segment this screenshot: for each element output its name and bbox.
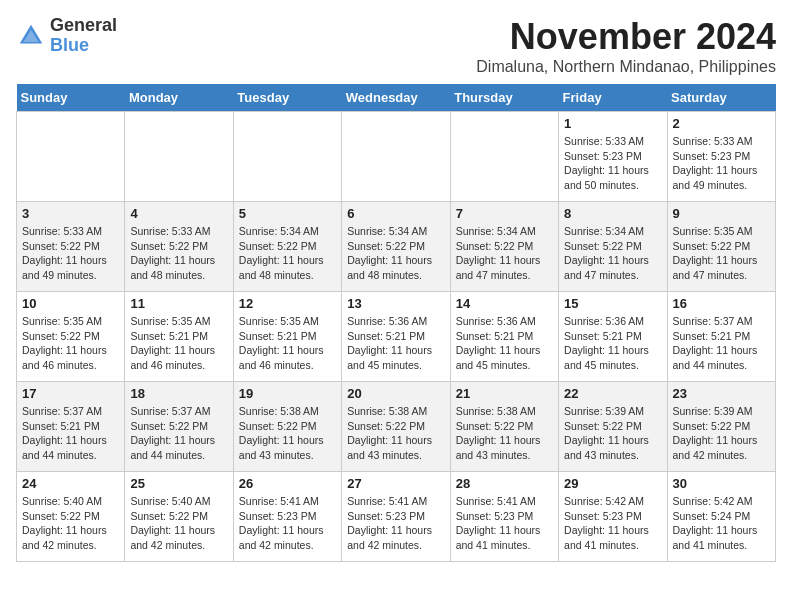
day-number: 24	[22, 476, 119, 491]
calendar-cell: 20Sunrise: 5:38 AM Sunset: 5:22 PM Dayli…	[342, 382, 450, 472]
day-number: 30	[673, 476, 770, 491]
day-number: 19	[239, 386, 336, 401]
calendar-cell: 18Sunrise: 5:37 AM Sunset: 5:22 PM Dayli…	[125, 382, 233, 472]
day-number: 4	[130, 206, 227, 221]
logo: General Blue	[16, 16, 117, 56]
day-info: Sunrise: 5:39 AM Sunset: 5:22 PM Dayligh…	[673, 404, 770, 463]
calendar-cell: 19Sunrise: 5:38 AM Sunset: 5:22 PM Dayli…	[233, 382, 341, 472]
logo-general-text: General	[50, 16, 117, 36]
day-info: Sunrise: 5:40 AM Sunset: 5:22 PM Dayligh…	[130, 494, 227, 553]
day-number: 29	[564, 476, 661, 491]
logo-text: General Blue	[50, 16, 117, 56]
day-number: 2	[673, 116, 770, 131]
calendar-cell: 22Sunrise: 5:39 AM Sunset: 5:22 PM Dayli…	[559, 382, 667, 472]
calendar-cell: 21Sunrise: 5:38 AM Sunset: 5:22 PM Dayli…	[450, 382, 558, 472]
header-friday: Friday	[559, 84, 667, 112]
day-info: Sunrise: 5:33 AM Sunset: 5:22 PM Dayligh…	[130, 224, 227, 283]
day-info: Sunrise: 5:41 AM Sunset: 5:23 PM Dayligh…	[347, 494, 444, 553]
calendar-cell: 16Sunrise: 5:37 AM Sunset: 5:21 PM Dayli…	[667, 292, 775, 382]
calendar-cell: 9Sunrise: 5:35 AM Sunset: 5:22 PM Daylig…	[667, 202, 775, 292]
day-number: 20	[347, 386, 444, 401]
day-number: 6	[347, 206, 444, 221]
calendar-cell: 12Sunrise: 5:35 AM Sunset: 5:21 PM Dayli…	[233, 292, 341, 382]
calendar-cell: 10Sunrise: 5:35 AM Sunset: 5:22 PM Dayli…	[17, 292, 125, 382]
calendar-cell: 29Sunrise: 5:42 AM Sunset: 5:23 PM Dayli…	[559, 472, 667, 562]
calendar-cell: 27Sunrise: 5:41 AM Sunset: 5:23 PM Dayli…	[342, 472, 450, 562]
logo-icon	[16, 21, 46, 51]
day-number: 26	[239, 476, 336, 491]
calendar-table: Sunday Monday Tuesday Wednesday Thursday…	[16, 84, 776, 562]
month-title: November 2024	[476, 16, 776, 58]
calendar-cell: 11Sunrise: 5:35 AM Sunset: 5:21 PM Dayli…	[125, 292, 233, 382]
calendar-cell: 7Sunrise: 5:34 AM Sunset: 5:22 PM Daylig…	[450, 202, 558, 292]
calendar-cell: 26Sunrise: 5:41 AM Sunset: 5:23 PM Dayli…	[233, 472, 341, 562]
calendar-cell: 13Sunrise: 5:36 AM Sunset: 5:21 PM Dayli…	[342, 292, 450, 382]
header-monday: Monday	[125, 84, 233, 112]
location-title: Dimaluna, Northern Mindanao, Philippines	[476, 58, 776, 76]
calendar-week-5: 24Sunrise: 5:40 AM Sunset: 5:22 PM Dayli…	[17, 472, 776, 562]
calendar-week-4: 17Sunrise: 5:37 AM Sunset: 5:21 PM Dayli…	[17, 382, 776, 472]
day-info: Sunrise: 5:35 AM Sunset: 5:21 PM Dayligh…	[130, 314, 227, 373]
day-info: Sunrise: 5:33 AM Sunset: 5:23 PM Dayligh…	[564, 134, 661, 193]
day-number: 13	[347, 296, 444, 311]
calendar-week-2: 3Sunrise: 5:33 AM Sunset: 5:22 PM Daylig…	[17, 202, 776, 292]
calendar-cell: 1Sunrise: 5:33 AM Sunset: 5:23 PM Daylig…	[559, 112, 667, 202]
header: General Blue November 2024 Dimaluna, Nor…	[16, 16, 776, 76]
calendar-cell: 25Sunrise: 5:40 AM Sunset: 5:22 PM Dayli…	[125, 472, 233, 562]
day-info: Sunrise: 5:34 AM Sunset: 5:22 PM Dayligh…	[347, 224, 444, 283]
day-number: 11	[130, 296, 227, 311]
day-info: Sunrise: 5:38 AM Sunset: 5:22 PM Dayligh…	[456, 404, 553, 463]
day-number: 22	[564, 386, 661, 401]
day-number: 17	[22, 386, 119, 401]
day-info: Sunrise: 5:36 AM Sunset: 5:21 PM Dayligh…	[347, 314, 444, 373]
day-info: Sunrise: 5:40 AM Sunset: 5:22 PM Dayligh…	[22, 494, 119, 553]
day-info: Sunrise: 5:39 AM Sunset: 5:22 PM Dayligh…	[564, 404, 661, 463]
header-tuesday: Tuesday	[233, 84, 341, 112]
calendar-week-1: 1Sunrise: 5:33 AM Sunset: 5:23 PM Daylig…	[17, 112, 776, 202]
calendar-header: Sunday Monday Tuesday Wednesday Thursday…	[17, 84, 776, 112]
day-number: 25	[130, 476, 227, 491]
logo-blue-text: Blue	[50, 36, 117, 56]
day-info: Sunrise: 5:37 AM Sunset: 5:21 PM Dayligh…	[673, 314, 770, 373]
calendar-cell: 6Sunrise: 5:34 AM Sunset: 5:22 PM Daylig…	[342, 202, 450, 292]
day-number: 3	[22, 206, 119, 221]
calendar-cell: 23Sunrise: 5:39 AM Sunset: 5:22 PM Dayli…	[667, 382, 775, 472]
calendar-cell: 17Sunrise: 5:37 AM Sunset: 5:21 PM Dayli…	[17, 382, 125, 472]
day-info: Sunrise: 5:36 AM Sunset: 5:21 PM Dayligh…	[564, 314, 661, 373]
day-number: 8	[564, 206, 661, 221]
day-number: 7	[456, 206, 553, 221]
calendar-cell	[233, 112, 341, 202]
calendar-cell: 28Sunrise: 5:41 AM Sunset: 5:23 PM Dayli…	[450, 472, 558, 562]
calendar-cell: 24Sunrise: 5:40 AM Sunset: 5:22 PM Dayli…	[17, 472, 125, 562]
day-info: Sunrise: 5:37 AM Sunset: 5:21 PM Dayligh…	[22, 404, 119, 463]
header-row: Sunday Monday Tuesday Wednesday Thursday…	[17, 84, 776, 112]
title-area: November 2024 Dimaluna, Northern Mindana…	[476, 16, 776, 76]
header-thursday: Thursday	[450, 84, 558, 112]
header-wednesday: Wednesday	[342, 84, 450, 112]
calendar-cell: 5Sunrise: 5:34 AM Sunset: 5:22 PM Daylig…	[233, 202, 341, 292]
day-number: 5	[239, 206, 336, 221]
day-info: Sunrise: 5:35 AM Sunset: 5:22 PM Dayligh…	[22, 314, 119, 373]
day-info: Sunrise: 5:38 AM Sunset: 5:22 PM Dayligh…	[347, 404, 444, 463]
day-number: 9	[673, 206, 770, 221]
day-number: 27	[347, 476, 444, 491]
day-number: 28	[456, 476, 553, 491]
day-info: Sunrise: 5:35 AM Sunset: 5:22 PM Dayligh…	[673, 224, 770, 283]
calendar-week-3: 10Sunrise: 5:35 AM Sunset: 5:22 PM Dayli…	[17, 292, 776, 382]
day-info: Sunrise: 5:42 AM Sunset: 5:24 PM Dayligh…	[673, 494, 770, 553]
day-number: 15	[564, 296, 661, 311]
day-number: 21	[456, 386, 553, 401]
calendar-cell: 2Sunrise: 5:33 AM Sunset: 5:23 PM Daylig…	[667, 112, 775, 202]
day-number: 18	[130, 386, 227, 401]
day-info: Sunrise: 5:33 AM Sunset: 5:22 PM Dayligh…	[22, 224, 119, 283]
day-info: Sunrise: 5:36 AM Sunset: 5:21 PM Dayligh…	[456, 314, 553, 373]
calendar-cell: 4Sunrise: 5:33 AM Sunset: 5:22 PM Daylig…	[125, 202, 233, 292]
calendar-cell	[450, 112, 558, 202]
day-info: Sunrise: 5:37 AM Sunset: 5:22 PM Dayligh…	[130, 404, 227, 463]
calendar-cell: 3Sunrise: 5:33 AM Sunset: 5:22 PM Daylig…	[17, 202, 125, 292]
day-info: Sunrise: 5:34 AM Sunset: 5:22 PM Dayligh…	[564, 224, 661, 283]
day-number: 10	[22, 296, 119, 311]
header-saturday: Saturday	[667, 84, 775, 112]
day-info: Sunrise: 5:41 AM Sunset: 5:23 PM Dayligh…	[239, 494, 336, 553]
day-info: Sunrise: 5:34 AM Sunset: 5:22 PM Dayligh…	[239, 224, 336, 283]
